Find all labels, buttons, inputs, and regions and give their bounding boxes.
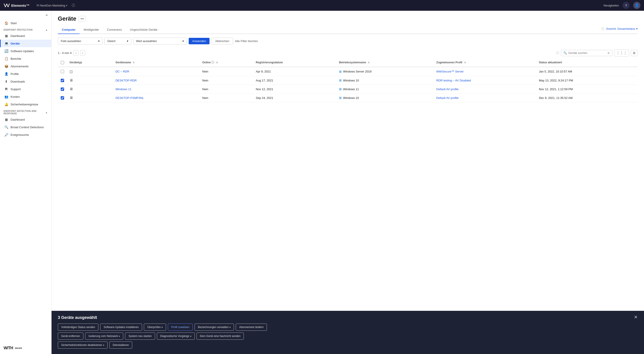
tab-ungeschuetzte[interactable]: Ungeschützte Geräte [126, 26, 162, 34]
sidebar-item-software-updates[interactable]: 🔄 Software-Updates [0, 47, 51, 55]
prev-page-button[interactable]: ‹ [73, 50, 78, 56]
sidebar-item-profile[interactable]: 👤 Profile [0, 70, 51, 78]
row-checkbox-desktop-rdr[interactable] [61, 79, 64, 82]
filter-operator-select[interactable]: Gleich ▾ [104, 38, 131, 44]
view-selector[interactable]: ⓘ Ansicht: Gesamtstatus ▾ [602, 26, 638, 33]
row-device-name[interactable]: DESKTOP-RDR [113, 76, 200, 85]
search-input[interactable] [568, 51, 606, 55]
action-bar-close-button[interactable]: ✕ [634, 314, 638, 320]
device-name-link[interactable]: DC – RDR [116, 70, 129, 73]
row-checkbox-desktop-psmp3nl[interactable] [61, 96, 64, 100]
user-avatar-button[interactable]: 👤 [633, 2, 640, 9]
row-device-name[interactable]: DC – RDR [113, 67, 200, 76]
filter-cancel-button[interactable]: Abbrechen [211, 38, 233, 44]
row-device-type: 🖥 [67, 76, 113, 85]
row-device-name[interactable]: Windows 11 [113, 85, 200, 94]
action-bar: ✕ 3 Geräte ausgewählt Vollständigen Stat… [52, 311, 644, 354]
isolierung-button[interactable]: Isolierung vom Netzwerk ▾ [85, 333, 123, 340]
sidebar-item-start[interactable]: 🏠 Start [0, 19, 51, 27]
app-logo: Elements™ [4, 3, 30, 7]
row-profile[interactable]: WithSecure™ Server [434, 67, 536, 76]
sidebar-item-dashboard-edr[interactable]: ▦ Dashboard [0, 116, 51, 123]
row-device-type: 🖥 [67, 85, 113, 94]
device-name-link[interactable]: DESKTOP-RDR [116, 79, 136, 82]
windows-icon: ⊞ [339, 96, 342, 100]
column-view-toggle-button[interactable]: ⋮⋮⋮ [614, 49, 629, 56]
sidebar-item-support[interactable]: 🛠 Support [0, 85, 51, 93]
bezeichnungen-dropdown-icon: ▾ [230, 326, 230, 329]
sidebar-section-edr: ENDPOINT DETECTION AND RESPONSE ▲ [0, 108, 51, 116]
chevron-down-view-icon: ▾ [636, 27, 638, 30]
col-betriebssystemname[interactable]: Betriebssystemname ⇅ [336, 58, 434, 67]
device-name-link[interactable]: DESKTOP-PSMP3NL [116, 96, 144, 100]
sicherheitsfunktionen-button[interactable]: Sicherheitsfunktionen deaktivieren ▾ [58, 342, 108, 349]
row-device-type: 🖥 [67, 94, 113, 102]
row-profile[interactable]: Default AV profile [434, 94, 536, 102]
next-page-button[interactable]: › [80, 50, 85, 56]
devices-icon: 💻 [4, 42, 8, 45]
sidebar-collapse-button[interactable]: « [46, 13, 48, 17]
profile-link[interactable]: Default AV profile [436, 96, 458, 100]
abonnement-button[interactable]: Abonnement ändern [236, 324, 267, 331]
sidebar-item-abonnements[interactable]: 📦 Abonnements [0, 62, 51, 70]
col-zugewiesenes-profil[interactable]: Zugewiesenes Profil ⇅ [434, 58, 536, 67]
vollstaendigen-status-button[interactable]: Vollständigen Status senden [58, 324, 98, 331]
sidebar: « 🏠 Start ENDPOINT PROTECTION ▲ ▦ Dashbo… [0, 11, 52, 354]
search-box[interactable]: 🔍 ✕ [561, 50, 612, 56]
row-device-name[interactable]: DESKTOP-PSMP3NL [113, 94, 200, 102]
sidebar-item-downloads[interactable]: ⬇ Downloads [0, 78, 51, 85]
filter-apply-button[interactable]: Anwenden [189, 38, 210, 44]
tab-mobilgeraete[interactable]: Mobilgeräte [80, 26, 103, 34]
col-geraetename[interactable]: Gerätename ⇅ [113, 58, 200, 67]
filter-clear-button[interactable]: Alle Filter löschen [235, 39, 258, 43]
sidebar-item-broad-context[interactable]: 🔍 Broad Context Detections [0, 123, 51, 131]
system-neu-starten-button[interactable]: System neu starten [125, 333, 155, 340]
col-geraetetyp: Gerätetyp [67, 58, 113, 67]
row-online: Nein [200, 94, 253, 102]
tab-connectors[interactable]: Connectors [103, 26, 126, 34]
filter-value-select[interactable]: Wert auswählen ▾ [133, 38, 187, 44]
home-icon: 🏠 [4, 21, 8, 25]
row-checkbox-dc-rdr[interactable] [61, 70, 64, 73]
device-name-link[interactable]: Windows 11 [116, 87, 131, 91]
sidebar-item-konten[interactable]: 👥 Konten [0, 93, 51, 100]
col-online[interactable]: Online ⓘ ⇅ [200, 58, 253, 67]
news-link[interactable]: Neuigkeiten [604, 4, 619, 7]
filter-field-select[interactable]: Feld auswählen ▾ [58, 38, 103, 44]
sidebar-item-dashboard-ep[interactable]: ▦ Dashboard [0, 32, 51, 40]
search-clear-button[interactable]: ✕ [607, 51, 610, 55]
tab-computer[interactable]: Computer [58, 26, 80, 34]
page-title: Geräte [58, 15, 76, 22]
profile-link[interactable]: RDR testing – AV Disabled [436, 79, 471, 82]
deinstallieren-button[interactable]: Deinstallieren [109, 342, 132, 349]
row-checkbox-windows-11[interactable] [61, 87, 64, 91]
sidebar-item-sicherheitsereignisse[interactable]: 🔔 Sicherheitsereignisse [0, 100, 51, 108]
row-device-type: ◫ [67, 67, 113, 76]
ueberpruefen-button[interactable]: Überprüfen ▾ [144, 324, 166, 331]
help-button[interactable]: ? [622, 2, 630, 9]
nachricht-senden-button[interactable]: Dem Gerät eine Nachricht senden [196, 333, 244, 340]
profile-link[interactable]: WithSecure™ Server [436, 70, 464, 73]
bezeichnungen-button[interactable]: Bezeichnungen verwalten ▾ [194, 324, 234, 331]
page-menu-button[interactable]: ••• [78, 16, 86, 22]
software-updates-install-button[interactable]: Software-Updates installieren [100, 324, 142, 331]
table-count: 1 - 4 von 4 [58, 51, 72, 55]
row-profile[interactable]: Default AV profile [434, 85, 536, 94]
sidebar-item-label: Downloads [10, 80, 25, 83]
geraet-entfernen-button[interactable]: Gerät entfernen [58, 333, 83, 340]
row-profile[interactable]: RDR testing – AV Disabled [434, 76, 536, 85]
sort-icon-profile: ⇅ [464, 61, 466, 64]
diagnostische-button[interactable]: Diagnostische Vorgänge ▾ [157, 333, 195, 340]
org-info-icon[interactable]: ⓘ [72, 3, 75, 7]
row-registration-date: Apr 9, 2021 [253, 67, 336, 76]
advanced-filter-button[interactable]: ⚙ [631, 50, 638, 56]
sidebar-item-geraete[interactable]: 💻 Geräte [0, 40, 51, 47]
profile-link[interactable]: Default AV profile [436, 87, 458, 91]
sidebar-item-berichte[interactable]: 📋 Berichte [0, 55, 51, 62]
profil-zuweisen-button[interactable]: Profil zuweisen [168, 324, 193, 331]
sidebar-item-ereignissuche[interactable]: 🔎 Ereignissuche [0, 131, 51, 139]
update-icon: 🔄 [4, 49, 8, 53]
org-selector[interactable]: FI NextGen Marketing ▾ [37, 4, 67, 7]
select-all-header[interactable] [58, 58, 67, 67]
select-all-checkbox[interactable] [61, 61, 64, 64]
